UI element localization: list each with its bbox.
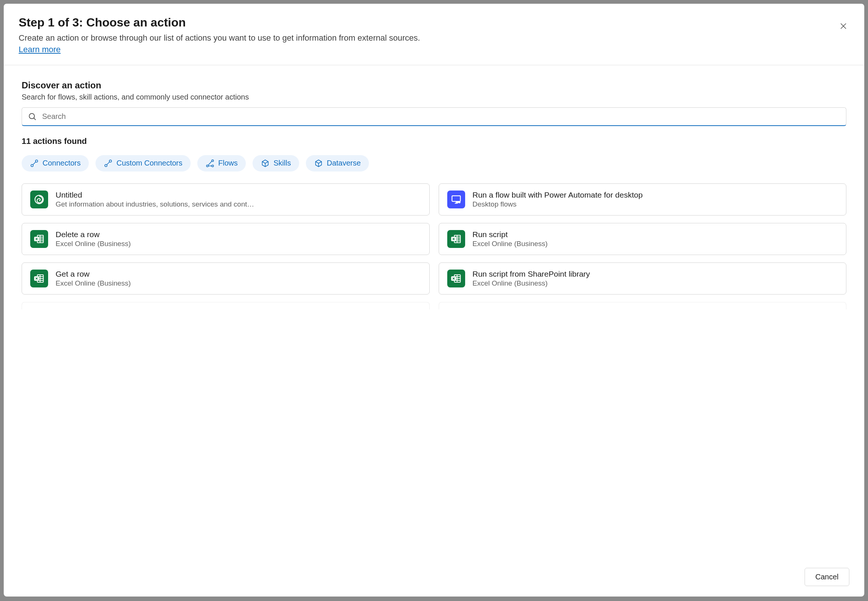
action-subtitle: Excel Online (Business) [472, 279, 838, 287]
action-card-delete-row[interactable]: Delete a row Excel Online (Business) [21, 223, 430, 255]
action-text: Untitled Get information about industrie… [56, 191, 421, 208]
results-count: 11 actions found [21, 136, 847, 146]
action-title: Delete a row [56, 230, 421, 239]
choose-action-modal: Step 1 of 3: Choose an action Create an … [4, 4, 864, 596]
action-card-get-row[interactable]: Get a row Excel Online (Business) [21, 262, 430, 294]
search-input[interactable] [21, 107, 847, 126]
modal-body: Discover an action Search for flows, ski… [4, 65, 864, 560]
excel-icon [30, 230, 48, 248]
filter-label: Dataverse [327, 159, 361, 168]
action-card-run-desktop-flow[interactable]: Run a flow built with Power Automate for… [439, 183, 847, 215]
filter-label: Skills [274, 159, 291, 168]
learn-more-link[interactable]: Learn more [19, 45, 61, 55]
svg-line-3 [34, 118, 35, 120]
cube-icon [261, 159, 270, 168]
action-text: Delete a row Excel Online (Business) [56, 230, 421, 248]
svg-point-7 [109, 160, 112, 162]
flow-icon [206, 159, 214, 168]
action-card-run-script-sharepoint[interactable]: Run script from SharePoint library Excel… [439, 262, 847, 294]
modal-footer: Cancel [4, 560, 864, 596]
step-description: Create an action or browse through our l… [19, 32, 849, 44]
action-subtitle: Desktop flows [472, 200, 838, 208]
filter-label: Custom Connectors [116, 159, 182, 168]
excel-icon [447, 230, 465, 248]
action-text: Get a row Excel Online (Business) [56, 270, 421, 287]
action-card-run-script[interactable]: Run script Excel Online (Business) [439, 223, 847, 255]
action-text: Run script Excel Online (Business) [472, 230, 838, 248]
close-icon [839, 21, 848, 31]
excel-icon [447, 270, 465, 287]
desktop-flow-icon [447, 191, 465, 208]
svg-point-8 [207, 165, 208, 167]
discover-title: Discover an action [21, 80, 847, 91]
step-title: Step 1 of 3: Choose an action [19, 16, 849, 29]
swirl-icon [30, 191, 48, 208]
filter-connectors[interactable]: Connectors [21, 155, 89, 171]
filter-dataverse[interactable]: Dataverse [306, 155, 369, 171]
action-card-partial[interactable] [439, 302, 847, 310]
filter-custom-connectors[interactable]: Custom Connectors [95, 155, 191, 171]
action-text: Run a flow built with Power Automate for… [472, 191, 838, 208]
action-subtitle: Excel Online (Business) [56, 279, 421, 287]
connector-icon [30, 159, 39, 168]
filter-flows[interactable]: Flows [197, 155, 246, 171]
cancel-button[interactable]: Cancel [805, 568, 849, 586]
action-title: Untitled [56, 191, 421, 200]
action-title: Run script from SharePoint library [472, 270, 838, 279]
svg-rect-12 [452, 196, 460, 201]
close-button[interactable] [837, 20, 849, 32]
svg-point-6 [105, 165, 107, 167]
search-icon [28, 112, 37, 122]
action-title: Run script [472, 230, 838, 239]
excel-icon [30, 270, 48, 287]
action-subtitle: Excel Online (Business) [472, 240, 838, 248]
svg-point-10 [212, 165, 214, 167]
action-subtitle: Get information about industries, soluti… [56, 200, 421, 208]
filter-label: Flows [218, 159, 238, 168]
svg-point-4 [31, 165, 33, 167]
action-title: Get a row [56, 270, 421, 279]
action-card-partial[interactable] [21, 302, 430, 310]
filter-pills: Connectors Custom Connectors Flows [21, 155, 847, 171]
action-grid: Untitled Get information about industrie… [21, 183, 847, 310]
filter-label: Connectors [43, 159, 81, 168]
modal-header: Step 1 of 3: Choose an action Create an … [4, 4, 864, 65]
svg-point-2 [29, 113, 34, 119]
search-wrapper [21, 107, 847, 126]
svg-point-5 [35, 160, 38, 162]
action-card-untitled[interactable]: Untitled Get information about industrie… [21, 183, 430, 215]
action-text: Run script from SharePoint library Excel… [472, 270, 838, 287]
cube-icon [314, 159, 323, 168]
connector-icon [104, 159, 113, 168]
filter-skills[interactable]: Skills [252, 155, 299, 171]
action-subtitle: Excel Online (Business) [56, 240, 421, 248]
action-title: Run a flow built with Power Automate for… [472, 191, 838, 200]
discover-subtitle: Search for flows, skill actions, and com… [21, 93, 847, 101]
